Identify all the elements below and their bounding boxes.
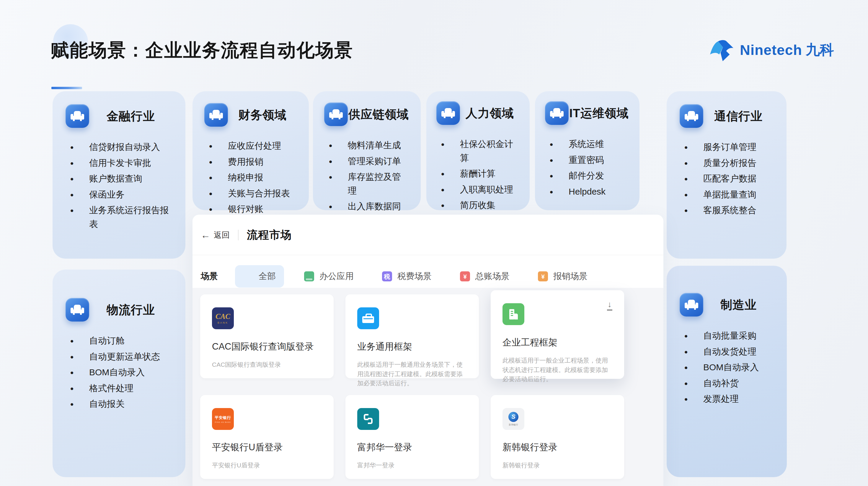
process-card[interactable]: CACBANKCAC国际银行查询版登录CAC国际银行查询版登录 (200, 294, 334, 378)
armchair-icon (680, 293, 703, 316)
category-item: 信用卡发卡审批 (70, 156, 173, 170)
back-button[interactable]: ← 返回 (201, 230, 230, 240)
category-item: 质量分析报告 (684, 156, 774, 170)
category-item: 服务订单管理 (684, 140, 774, 154)
category-item: 简历收集 (440, 199, 520, 212)
category-item: 重置密码 (549, 153, 629, 167)
category-item: Helpdesk (549, 185, 629, 199)
category-item: 邮件分发 (549, 169, 629, 183)
category-title: 制造业 (703, 297, 774, 313)
process-card[interactable]: 富邦华一登录富邦华一登录 (345, 395, 479, 479)
process-card[interactable]: ↓企业工程框架此模板适用于一般企业工程场景，使用状态机进行工程建模。此模板需要添… (491, 290, 624, 379)
category-item: 匹配客户数据 (684, 172, 774, 186)
process-card[interactable]: 业务通用框架此模板适用于一般通用业务场景下，使用流程图进行工程建模。此模板需要添… (345, 294, 479, 378)
brand-logo: Ninetech 九科 (707, 37, 834, 63)
tax-icon: 税 (382, 271, 392, 281)
filter-chip-all[interactable]: 全部 (235, 265, 284, 287)
category-item: 保函业务 (70, 188, 173, 202)
category-card-2: 财务领域应收应付处理费用报销纳税申报关账与合并报表银行对账 (192, 91, 309, 210)
category-item: 自动批量采购 (684, 329, 774, 343)
category-item: 管理采购订单 (328, 154, 409, 168)
page-title: 赋能场景：企业业务流程自动化场景 (51, 38, 353, 63)
filter-chip-reimburse[interactable]: ¥报销场景 (530, 265, 596, 287)
category-item: 自动更新运单状态 (70, 350, 173, 364)
category-item: 社保公积金计算 (440, 137, 520, 165)
category-item: 入职离职处理 (440, 183, 520, 196)
brand-name-cn: 九科 (806, 40, 834, 59)
process-card-title: 平安银行U盾登录 (212, 441, 322, 454)
process-card-title: 业务通用框架 (357, 340, 467, 353)
office-app-icon (304, 271, 314, 281)
category-item: 自动补货 (684, 376, 774, 390)
category-item: 物料清单生成 (328, 139, 409, 152)
process-card-title: 企业工程框架 (502, 336, 612, 349)
category-item: BOM自动录入 (70, 366, 173, 379)
category-card-7: 物流行业自动订舱自动更新运单状态BOM自动录入格式件处理自动报关 (53, 270, 185, 477)
category-item: 业务系统运行报告报表 (70, 204, 173, 231)
process-card-desc: 富邦华一登录 (357, 461, 467, 470)
shinhan-bank-logo: S新韩银行 (502, 408, 524, 430)
briefcase-icon (357, 307, 379, 329)
category-item: 银行对账 (209, 202, 297, 216)
filter-chip-ledger[interactable]: ¥总账场景 (452, 265, 518, 287)
category-item: 信贷财报自动录入 (70, 140, 173, 154)
category-item: 费用报销 (209, 155, 297, 169)
ledger-icon: ¥ (460, 271, 470, 281)
category-title: IT运维领域 (569, 105, 629, 121)
process-card-title: 富邦华一登录 (357, 441, 467, 454)
filter-chip-label: 税费场景 (397, 270, 432, 282)
category-item: 发票处理 (684, 392, 774, 406)
title-accent-line (51, 87, 82, 89)
category-item: 关账与合并报表 (209, 187, 297, 201)
category-card-5: IT运维领域系统运维重置密码邮件分发Helpdesk (535, 91, 640, 210)
header-divider (238, 230, 239, 240)
process-card-title: 新韩银行登录 (502, 441, 612, 454)
market-panel: ← 返回 流程市场 场景 全部办公应用税税费场景¥总账场景¥报销场景 CACBA… (192, 215, 663, 486)
category-item: 自动报关 (70, 397, 173, 411)
category-item: 格式件处理 (70, 382, 173, 395)
armchair-icon (680, 104, 703, 128)
category-item: 账户数据查询 (70, 172, 173, 186)
armchair-icon (204, 103, 228, 127)
back-arrow-icon: ← (201, 230, 210, 240)
category-title: 通信行业 (703, 108, 774, 124)
filter-bar: 场景 全部办公应用税税费场景¥总账场景¥报销场景 (192, 255, 663, 287)
process-card-desc: 平安银行U盾登录 (212, 461, 322, 470)
process-card[interactable]: S新韩银行新韩银行登录新韩银行登录 (491, 395, 624, 479)
category-item: 系统运维 (549, 137, 629, 151)
filter-chip-office[interactable]: 办公应用 (296, 265, 362, 287)
category-item: 库存监控及管理 (328, 170, 409, 198)
armchair-icon (436, 101, 460, 125)
filter-chip-tax[interactable]: 税税费场景 (374, 265, 440, 287)
download-icon[interactable]: ↓ (607, 300, 612, 311)
scene-filter-label: 场景 (201, 270, 218, 282)
process-card-grid: CACBANKCAC国际银行查询版登录CAC国际银行查询版登录业务通用框架此模板… (192, 288, 663, 486)
category-item: 应收应付处理 (209, 139, 297, 153)
filter-chip-label: 办公应用 (319, 270, 354, 282)
category-item: 纳税申报 (209, 171, 297, 185)
armchair-icon (66, 298, 89, 322)
category-title: 金融行业 (89, 108, 173, 124)
filter-chip-label: 总账场景 (475, 270, 509, 282)
armchair-icon (545, 101, 569, 125)
armchair-icon (324, 102, 348, 126)
category-item: 客服系统整合 (684, 204, 774, 217)
category-card-4: 人力领域社保公积金计算薪酬计算入职离职处理简历收集 (426, 91, 530, 210)
armchair-icon (66, 104, 89, 128)
building-icon (502, 303, 524, 325)
category-item: 薪酬计算 (440, 167, 520, 181)
process-card-desc: CAC国际银行查询版登录 (212, 360, 322, 369)
category-title: 物流行业 (89, 302, 173, 318)
ninetech-logo-icon (707, 37, 737, 63)
category-item: 自动订舱 (70, 334, 173, 348)
market-title: 流程市场 (247, 227, 292, 242)
category-item: BOM自动录入 (684, 361, 774, 374)
cac-bank-logo: CACBANK (212, 307, 234, 329)
fubon-bank-logo (357, 408, 379, 430)
filter-chip-label: 报销场景 (553, 270, 588, 282)
filter-chip-label: 全部 (259, 270, 276, 282)
market-header: ← 返回 流程市场 (192, 215, 663, 242)
process-card[interactable]: 平安银行PING AN BANK平安银行U盾登录平安银行U盾登录 (200, 395, 334, 479)
back-label: 返回 (214, 230, 230, 240)
category-card-8: 制造业自动批量采购自动发货处理BOM自动录入自动补货发票处理 (666, 266, 787, 477)
